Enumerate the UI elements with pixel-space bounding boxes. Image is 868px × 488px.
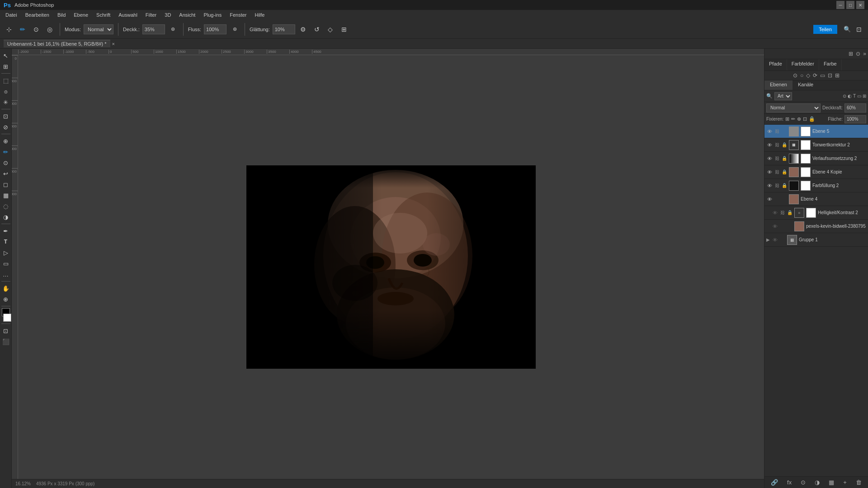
layer-item-farbfuellung2[interactable]: 👁 ⛓ 🔒 Farbfüllung 2 xyxy=(764,179,868,192)
close-doc-button[interactable]: × xyxy=(110,40,117,47)
filter-shape-icon[interactable]: ▭ xyxy=(857,94,861,99)
mode-dropdown[interactable]: Normal xyxy=(84,24,113,34)
fill-input[interactable] xyxy=(844,115,866,123)
delete-layer-icon[interactable]: 🗑 xyxy=(856,479,862,486)
fluss-pressure-icon[interactable]: ⊛ xyxy=(229,24,240,35)
fx-icon[interactable]: fx xyxy=(787,479,792,486)
move-tool-icon[interactable]: ⊹ xyxy=(4,24,14,35)
tab-farbfelder[interactable]: Farbfelder xyxy=(787,59,819,70)
menu-filter[interactable]: Filter xyxy=(142,11,160,19)
layer-vis-ebene4kopie[interactable]: 👁 xyxy=(766,169,773,175)
filter-type-icon[interactable]: T xyxy=(853,94,856,99)
marquee-tool[interactable]: ⬚ xyxy=(1,75,11,85)
layer-vis-ebene4[interactable]: 👁 xyxy=(766,196,773,202)
layer-icon-6[interactable]: ⊡ xyxy=(828,72,832,79)
text-tool[interactable]: T xyxy=(1,237,11,247)
filter-pixel-icon[interactable]: ⊙ xyxy=(843,94,846,99)
layer-item-pexels[interactable]: 👁 pexels-kevin-bidwell-2380795 xyxy=(764,220,868,233)
layer-vis-farbfuellung2[interactable]: 👁 xyxy=(766,183,773,189)
glaettung-input[interactable] xyxy=(273,24,295,34)
share-button[interactable]: Teilen xyxy=(813,25,837,34)
panels-icon[interactable]: ⊡ xyxy=(854,24,864,35)
search-icon[interactable]: 🔍 xyxy=(844,26,851,33)
minimize-button[interactable]: ─ xyxy=(836,1,844,9)
blend-mode-dropdown[interactable]: Normal xyxy=(766,103,821,113)
new-layer-icon[interactable]: + xyxy=(843,479,847,486)
layer-icon-1[interactable]: ⊙ xyxy=(793,72,797,79)
close-button[interactable]: ✕ xyxy=(856,1,864,9)
extra-tool[interactable]: … xyxy=(1,269,11,279)
deckkraft-input[interactable] xyxy=(142,24,165,34)
history-brush-tool[interactable]: ↩ xyxy=(1,169,11,178)
layer-vis-tonwert2[interactable]: 👁 xyxy=(766,142,773,148)
add-mask-icon[interactable]: ⊙ xyxy=(801,479,806,486)
maximize-button[interactable]: □ xyxy=(846,1,854,9)
collapse-icon[interactable]: » xyxy=(863,51,866,57)
shape-tool[interactable]: ▭ xyxy=(1,258,11,268)
menu-hilfe[interactable]: Hilfe xyxy=(251,11,268,19)
add-group-icon[interactable]: ▦ xyxy=(829,479,834,486)
layer-vis-helligkeit2[interactable]: 👁 xyxy=(772,210,778,216)
filter-smart-icon[interactable]: ⊞ xyxy=(863,94,866,99)
menu-datei[interactable]: Datei xyxy=(2,11,21,19)
brush-tool[interactable]: ✏ xyxy=(1,147,11,157)
symmetry-icon[interactable]: ⊞ xyxy=(339,24,349,35)
layer-icon-2[interactable]: ○ xyxy=(800,72,803,79)
menu-plugins[interactable]: Plug-ins xyxy=(200,11,225,19)
layer-icon-7[interactable]: ⊞ xyxy=(835,72,840,79)
layer-vis-ebene5[interactable]: 👁 xyxy=(766,128,773,135)
filter-adj-icon[interactable]: ◐ xyxy=(848,94,852,99)
lock-artboards-icon[interactable]: ⊡ xyxy=(803,116,807,122)
angle-icon[interactable]: ◇ xyxy=(325,24,336,35)
layer-group-arrow[interactable]: ▶ xyxy=(766,237,770,242)
artboard-tool[interactable]: ⊞ xyxy=(1,61,11,71)
sub-tab-ebenen[interactable]: Ebenen xyxy=(764,80,793,90)
gradient-tool[interactable]: ▦ xyxy=(1,190,11,200)
hand-tool[interactable]: ✋ xyxy=(1,283,11,293)
layer-item-ebene4[interactable]: 👁 Ebene 4 xyxy=(764,192,868,206)
settings-icon[interactable]: ⚙ xyxy=(298,24,309,35)
menu-ebene[interactable]: Ebene xyxy=(70,11,92,19)
link-layers-icon[interactable]: 🔗 xyxy=(771,479,778,486)
lock-pixels-icon[interactable]: ⊞ xyxy=(785,116,789,122)
lock-all-icon[interactable]: 🔒 xyxy=(809,116,815,122)
move-tool[interactable]: ↖ xyxy=(1,51,11,61)
eraser-tool[interactable]: ◻ xyxy=(1,179,11,189)
canvas-image[interactable] xyxy=(246,165,536,369)
add-adjustment-icon[interactable]: ◑ xyxy=(815,479,820,486)
pen-tool[interactable]: ✒ xyxy=(1,226,11,236)
doc-tab-item[interactable]: Unbenannt-1 bei 16,1% (Ebene 5, RGB/8#) … xyxy=(4,40,110,47)
menu-bearbeiten[interactable]: Bearbeiten xyxy=(22,11,53,19)
healing-tool[interactable]: ⊕ xyxy=(1,136,11,146)
arrange-icon[interactable]: ⊞ xyxy=(849,51,853,57)
layer-icon-3[interactable]: ◇ xyxy=(806,72,810,79)
layer-vis-verlauf2[interactable]: 👁 xyxy=(766,155,773,162)
wand-tool[interactable]: ✳ xyxy=(1,97,11,107)
menu-3d[interactable]: 3D xyxy=(161,11,175,19)
lock-move-icon[interactable]: ✏ xyxy=(791,116,795,122)
rotate-icon[interactable]: ↺ xyxy=(311,24,322,35)
brush-tool-icon[interactable]: ✏ xyxy=(17,24,28,35)
clone-tool[interactable]: ⊙ xyxy=(1,158,11,168)
quick-mask-tool[interactable]: ⊡ xyxy=(1,326,11,336)
menu-fenster[interactable]: Fenster xyxy=(226,11,250,19)
layer-icon-4[interactable]: ⟳ xyxy=(813,72,817,79)
layer-icon-5[interactable]: ▭ xyxy=(820,72,825,79)
lasso-tool[interactable]: ⌾ xyxy=(1,86,11,96)
layer-item-gruppe1[interactable]: ▶ 👁 ▦ Gruppe 1 xyxy=(764,233,868,247)
path-select-tool[interactable]: ▷ xyxy=(1,248,11,258)
brush-hardness-icon[interactable]: ◎ xyxy=(44,24,55,35)
layer-vis-pexels[interactable]: 👁 xyxy=(772,223,778,230)
tab-farbe[interactable]: Farbe xyxy=(819,59,842,70)
opacity-input[interactable] xyxy=(844,103,866,113)
brush-size-icon[interactable]: ⊙ xyxy=(31,24,42,35)
menu-schrift[interactable]: Schrift xyxy=(93,11,114,19)
screen-mode-tool[interactable]: ⬛ xyxy=(1,337,11,347)
sub-tab-kanaele[interactable]: Kanäle xyxy=(793,80,819,90)
color-sample-icon[interactable]: ⊙ xyxy=(856,51,860,57)
layers-type-dropdown[interactable]: Art xyxy=(774,92,792,100)
layer-item-helligkeit2[interactable]: 👁 ⛓ 🔒 ☼ Helligkeit/Kontrast 2 xyxy=(764,206,868,220)
menu-ansicht[interactable]: Ansicht xyxy=(175,11,199,19)
crop-tool[interactable]: ⊡ xyxy=(1,111,11,121)
menu-auswahl[interactable]: Auswahl xyxy=(115,11,141,19)
